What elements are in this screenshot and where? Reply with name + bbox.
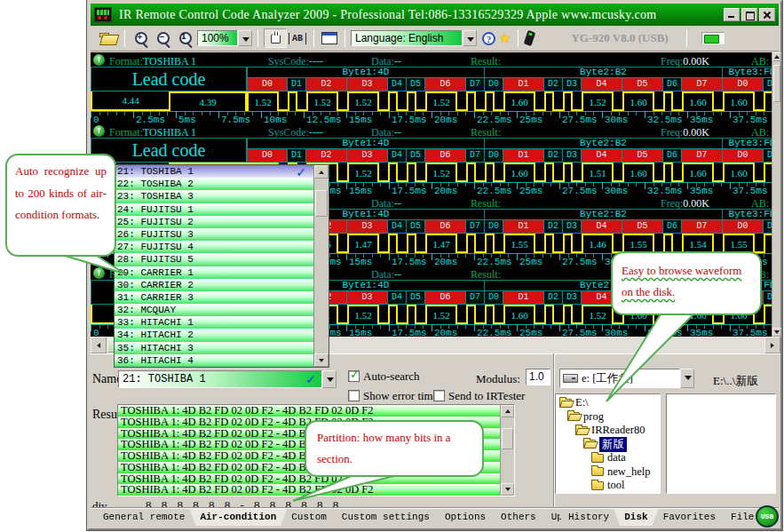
format-list-item[interactable]: 22: TOSHIBA 2 (115, 178, 313, 190)
zoom-dropdown-arrow[interactable] (238, 30, 252, 46)
tab-custom[interactable]: Custom (281, 509, 337, 526)
zoom-in-button[interactable]: + (131, 28, 153, 48)
toolbar-separator (686, 29, 687, 47)
tab-custom-settings[interactable]: Custom settings (331, 509, 440, 526)
wave-segment (495, 91, 503, 111)
bubble-tail (602, 309, 701, 407)
remote-tool-button[interactable] (524, 28, 535, 48)
format-list-item[interactable]: 25: FUJITSU 2 (115, 216, 313, 228)
zoom-out-button[interactable]: − (153, 28, 175, 48)
scroll-right-button[interactable] (764, 337, 780, 353)
tab-air-condition[interactable]: Air-condition (189, 509, 287, 526)
format-name-combo[interactable]: 21: TOSHIBA 1✓ (118, 370, 337, 388)
format-list-item[interactable]: 29: CARRIER 1 (115, 266, 313, 279)
format-list-item[interactable]: 30: CARRIER 2 (115, 279, 313, 291)
wave-segment (714, 91, 723, 111)
format-list-item[interactable]: 21: TOSHIBA 1✓ (115, 165, 313, 178)
tab-disk[interactable]: Disk (614, 509, 658, 526)
help-button[interactable]: ? (480, 28, 497, 48)
language-combo[interactable]: Language: English (351, 30, 477, 46)
tree-item[interactable]: data (556, 451, 660, 465)
format-list-item[interactable]: 31: CARRIER 3 (115, 291, 313, 304)
format-list-item[interactable]: 34: HITACHI 2 (115, 329, 313, 341)
scrollbar-thumb[interactable] (502, 428, 513, 449)
scroll-up-button[interactable] (314, 165, 329, 179)
scroll-down-button[interactable] (501, 483, 514, 496)
list-scrollbar[interactable] (313, 165, 329, 367)
wave-segment: 1.52 (582, 91, 614, 111)
name-dropdown-arrow[interactable] (322, 370, 337, 388)
format-list-item[interactable]: 33: HITACHI 1 (115, 316, 313, 329)
tree-item-label: tool (607, 479, 624, 492)
file-list[interactable] (666, 393, 776, 494)
bit-cell: D7 (682, 220, 723, 234)
header-text: Result: (471, 126, 501, 139)
zoom-percent-combo[interactable]: 100% (197, 30, 252, 46)
scroll-down-button[interactable] (314, 353, 329, 367)
format-list-item[interactable]: 27: FUJITSU 4 (115, 241, 313, 253)
format-list-item[interactable]: 35: HITACHI 3 (115, 342, 313, 354)
show-error-time-checkbox[interactable] (348, 390, 360, 401)
format-list-item[interactable]: 28: FUJITSU 5 (115, 253, 313, 266)
header-text: TOSHIBA 1 (143, 126, 196, 139)
format-dropdown-list[interactable]: 21: TOSHIBA 1✓22: TOSHIBA 223: TOSHIBA 3… (114, 164, 329, 368)
scroll-up-icon[interactable]: ↑ (93, 54, 105, 66)
format-list-item[interactable]: 23: TOSHIBA 3 (115, 190, 313, 202)
send-to-irtester-checkbox[interactable] (433, 390, 445, 401)
pan-tool-button[interactable] (264, 28, 287, 48)
scrollbar-thumb[interactable] (773, 65, 780, 102)
format-list-item[interactable]: 36: HITACHI 4 (115, 354, 313, 367)
result-scrollbar[interactable] (500, 405, 514, 496)
tab-general-remote[interactable]: General remote (92, 509, 195, 526)
waveform-vertical-scrollbar[interactable] (772, 52, 780, 337)
window-layout-button[interactable] (320, 28, 339, 48)
tree-item[interactable]: tool (556, 479, 660, 493)
result-line[interactable]: TOSHIBA 1: 4D B2 FD 02 0D F2 - 4D B2 FD … (118, 405, 500, 417)
format-list-item[interactable]: 26: FUJITSU 3 (115, 228, 313, 241)
bubble-auto-recognize: Auto recognize up to 200 kinds of air-co… (5, 154, 116, 257)
bit-cell: D7 (466, 220, 485, 234)
maximize-button[interactable] (741, 8, 757, 21)
modulus-input[interactable]: 1.0 (526, 369, 550, 385)
wave-segment (485, 163, 495, 182)
close-button[interactable] (759, 8, 775, 21)
wave-segment (457, 234, 466, 253)
tab-history[interactable]: History (558, 509, 620, 526)
waveform-header-field: Data:-- (371, 197, 401, 210)
scrollbar-thumb[interactable] (315, 190, 328, 217)
scroll-up-button[interactable] (501, 405, 514, 417)
wave-segment: 1.52 (347, 163, 379, 182)
favorites-button[interactable]: ★ (497, 28, 512, 48)
scroll-up-button[interactable] (772, 52, 781, 61)
bit-cell: D4 (388, 291, 407, 305)
zoom-reset-button[interactable]: 1 (175, 28, 197, 48)
tab-favorites[interactable]: Favorites (653, 509, 726, 526)
scroll-left-button[interactable] (91, 337, 107, 353)
open-file-button[interactable] (98, 28, 119, 48)
header-text: 0.00K (683, 197, 709, 210)
tab-others[interactable]: Others (490, 509, 547, 526)
scroll-up-icon[interactable]: ↑ (93, 125, 105, 137)
format-list-item[interactable]: 32: MCQUAY (115, 304, 313, 316)
tree-item[interactable]: IRReader80 (556, 424, 660, 438)
measure-ab-button[interactable]: AB (287, 28, 308, 48)
tree-item[interactable]: prog (556, 410, 660, 425)
title-bar[interactable]: IR Remote Control Code Analyzer 2009 - P… (91, 4, 779, 26)
auto-search-checkbox[interactable]: ✓ (348, 370, 360, 382)
time-tick-label: 20ms (434, 115, 457, 123)
bit-cell: D0 (723, 78, 764, 91)
tree-item[interactable]: 新版 (556, 438, 660, 452)
wave-segment (535, 305, 544, 324)
window-title: IR Remote Control Code Analyzer 2009 - P… (119, 8, 656, 22)
time-tick-label: 37.5ms (733, 115, 768, 123)
wave-segment: 1.55 (622, 234, 654, 253)
bit-cell: D3 (347, 291, 388, 305)
minimize-button[interactable] (724, 8, 740, 21)
folder-tree[interactable]: E:\progIRReader80新版datanew_helptool (555, 393, 661, 494)
tree-item[interactable]: new_help (556, 465, 660, 480)
tab-options[interactable]: Options (434, 509, 496, 526)
scroll-down-button[interactable] (772, 328, 781, 337)
header-text: ---- (309, 126, 323, 139)
format-list-item[interactable]: 24: FUJITSU 1 (115, 203, 313, 216)
language-dropdown-arrow[interactable] (463, 30, 477, 46)
